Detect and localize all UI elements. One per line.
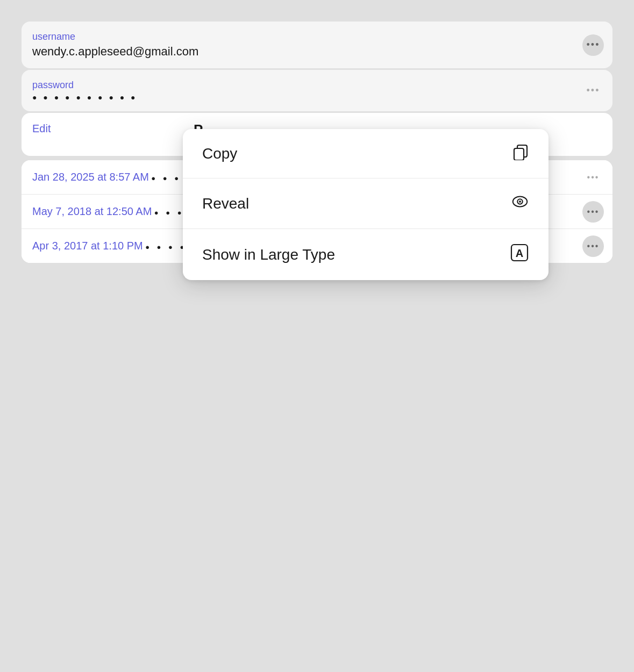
history-more-button-1[interactable]: ••• [582, 167, 604, 188]
username-value: wendy.c.appleseed@gmail.com [32, 45, 602, 59]
copy-label: Copy [202, 145, 237, 162]
context-menu: Copy Reveal Show in Large Type [183, 129, 548, 280]
password-card: password ● ● ● ● ● ● ● ● ● ● ••• [22, 70, 612, 111]
history-date-3: Apr 3, 2017 at 1:10 PM [32, 240, 143, 252]
username-more-button[interactable]: ••• [582, 34, 604, 56]
eye-icon [511, 192, 529, 215]
history-more-dots-2: ••• [587, 207, 600, 217]
password-label: password [32, 80, 602, 91]
menu-item-reveal[interactable]: Reveal [183, 178, 548, 229]
history-date-2: May 7, 2018 at 12:50 AM [32, 205, 152, 217]
copy-icon [512, 143, 529, 164]
svg-rect-1 [514, 148, 524, 160]
edit-label[interactable]: Edit [32, 123, 51, 134]
menu-item-copy[interactable]: Copy [183, 129, 548, 178]
history-date-1: Jan 28, 2025 at 8:57 AM [32, 171, 149, 183]
password-more-button[interactable]: ••• [582, 80, 604, 102]
username-label: username [32, 31, 602, 42]
username-more-dots: ••• [587, 39, 600, 51]
username-card: username wendy.c.appleseed@gmail.com ••• [22, 22, 612, 68]
svg-text:A: A [516, 247, 523, 259]
password-dots: ● ● ● ● ● ● ● ● ● ● [32, 93, 602, 102]
main-container: username wendy.c.appleseed@gmail.com •••… [0, 0, 634, 284]
history-more-button-3[interactable]: ••• [582, 235, 604, 257]
menu-item-large-type[interactable]: Show in Large Type A [183, 229, 548, 280]
history-more-button-2[interactable]: ••• [582, 201, 604, 223]
password-more-dots: ••• [587, 85, 600, 96]
history-more-dots-1: ••• [587, 173, 600, 182]
history-more-dots-3: ••• [587, 241, 600, 251]
reveal-label: Reveal [202, 195, 249, 212]
large-type-label: Show in Large Type [202, 246, 335, 263]
svg-point-4 [519, 201, 521, 203]
large-type-icon: A [510, 243, 529, 266]
